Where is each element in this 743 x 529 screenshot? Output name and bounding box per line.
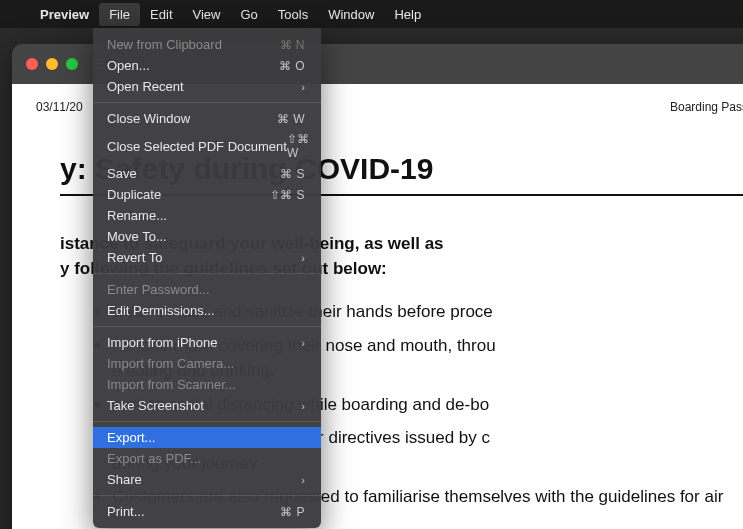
menu-item-label: Export... (107, 430, 305, 445)
menu-item-label: Close Window (107, 111, 277, 126)
menu-item-move-to[interactable]: Move To... (93, 226, 321, 247)
menu-item-label: Share (107, 472, 295, 487)
menu-item-save[interactable]: Save⌘ S (93, 163, 321, 184)
menu-item-shortcut: ⇧⌘ S (270, 188, 305, 202)
menu-item-import-from-camera: Import from Camera... (93, 353, 321, 374)
menu-item-revert-to[interactable]: Revert To› (93, 247, 321, 268)
menu-item-open-recent[interactable]: Open Recent› (93, 76, 321, 97)
menu-item-label: Edit Permissions... (107, 303, 305, 318)
menubar-go[interactable]: Go (230, 3, 267, 26)
menu-item-take-screenshot[interactable]: Take Screenshot› (93, 395, 321, 416)
menu-item-label: New from Clipboard (107, 37, 280, 52)
chevron-right-icon: › (295, 474, 305, 486)
menu-separator (93, 495, 321, 496)
menu-item-enter-password: Enter Password... (93, 279, 321, 300)
menu-item-edit-permissions[interactable]: Edit Permissions... (93, 300, 321, 321)
menu-item-shortcut: ⌘ N (280, 38, 306, 52)
menu-item-label: Take Screenshot (107, 398, 295, 413)
menu-item-label: Import from Scanner... (107, 377, 305, 392)
menu-item-label: Enter Password... (107, 282, 305, 297)
menu-item-export-as-pdf: Export as PDF... (93, 448, 321, 469)
menubar-app-name[interactable]: Preview (30, 3, 99, 26)
menu-separator (93, 326, 321, 327)
menu-item-shortcut: ⌘ P (280, 505, 305, 519)
menu-item-label: Open Recent (107, 79, 295, 94)
menubar-tools[interactable]: Tools (268, 3, 318, 26)
menu-item-label: Revert To (107, 250, 295, 265)
menu-item-label: Import from iPhone (107, 335, 295, 350)
menubar-view[interactable]: View (183, 3, 231, 26)
menu-item-label: Save (107, 166, 280, 181)
file-menu-dropdown: New from Clipboard⌘ NOpen...⌘ OOpen Rece… (93, 28, 321, 528)
window-traffic-lights (26, 58, 78, 70)
menu-item-label: Export as PDF... (107, 451, 305, 466)
menu-item-import-from-scanner: Import from Scanner... (93, 374, 321, 395)
menu-item-label: Move To... (107, 229, 305, 244)
chevron-right-icon: › (295, 252, 305, 264)
menu-item-import-from-iphone[interactable]: Import from iPhone› (93, 332, 321, 353)
minimize-window-button[interactable] (46, 58, 58, 70)
document-header-right: Boarding Pass (670, 100, 743, 114)
menu-item-label: Close Selected PDF Document (107, 139, 287, 154)
menubar-window[interactable]: Window (318, 3, 384, 26)
close-window-button[interactable] (26, 58, 38, 70)
menu-item-shortcut: ⌘ O (279, 59, 305, 73)
menu-item-label: Open... (107, 58, 279, 73)
menu-item-share[interactable]: Share› (93, 469, 321, 490)
chevron-right-icon: › (295, 400, 305, 412)
chevron-right-icon: › (295, 337, 305, 349)
menu-separator (93, 102, 321, 103)
menu-item-rename[interactable]: Rename... (93, 205, 321, 226)
menu-item-label: Duplicate (107, 187, 270, 202)
menubar: Preview File Edit View Go Tools Window H… (0, 0, 743, 28)
menu-item-label: Print... (107, 504, 280, 519)
document-header-date: 03/11/20 (36, 100, 83, 114)
fullscreen-window-button[interactable] (66, 58, 78, 70)
menu-separator (93, 421, 321, 422)
menu-item-export[interactable]: Export... (93, 427, 321, 448)
menu-item-shortcut: ⇧⌘ W (287, 132, 310, 160)
menubar-help[interactable]: Help (384, 3, 431, 26)
menu-item-new-from-clipboard: New from Clipboard⌘ N (93, 34, 321, 55)
menu-item-close-selected-pdf-document[interactable]: Close Selected PDF Document⇧⌘ W (93, 129, 321, 163)
menu-item-print[interactable]: Print...⌘ P (93, 501, 321, 522)
chevron-right-icon: › (295, 81, 305, 93)
menu-item-close-window[interactable]: Close Window⌘ W (93, 108, 321, 129)
menu-separator (93, 273, 321, 274)
menu-item-label: Rename... (107, 208, 305, 223)
menubar-file[interactable]: File (99, 3, 140, 26)
menu-item-shortcut: ⌘ S (280, 167, 305, 181)
menu-item-open[interactable]: Open...⌘ O (93, 55, 321, 76)
menubar-edit[interactable]: Edit (140, 3, 182, 26)
menu-item-label: Import from Camera... (107, 356, 305, 371)
menu-item-shortcut: ⌘ W (277, 112, 305, 126)
menu-item-duplicate[interactable]: Duplicate⇧⌘ S (93, 184, 321, 205)
